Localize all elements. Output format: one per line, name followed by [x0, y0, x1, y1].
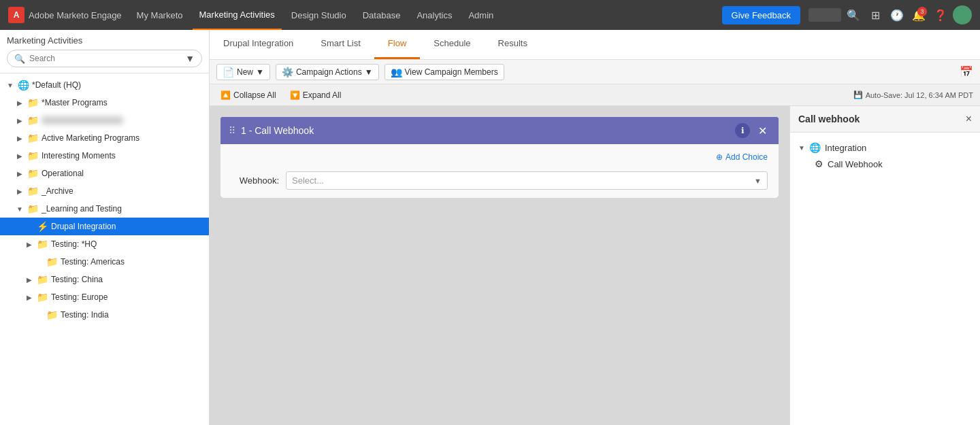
arrow-icon: ▶ [15, 135, 24, 142]
clock-icon[interactable]: 🕐 [887, 5, 906, 24]
sidebar-item-testing-india[interactable]: 📁 Testing: India [0, 306, 209, 324]
main-layout: Marketing Activities 🔍 ▼ ▼ 🌐 *Default (H… [0, 30, 980, 425]
panel-item-integration[interactable]: ▼ 🌐 Integration [798, 139, 972, 156]
panel-webhook-icon: ⚙ [815, 158, 823, 169]
toolbar: 📄 New ▼ ⚙️ Campaign Actions ▼ 👥 View Cam… [210, 60, 980, 84]
nav-analytics[interactable]: Analytics [410, 0, 459, 30]
webhook-placeholder: Select... [292, 175, 324, 186]
top-navigation: A Adobe Marketo Engage My Marketo Market… [0, 0, 980, 30]
arrow-icon: ▶ [24, 241, 34, 248]
grid-icon[interactable]: ⊞ [866, 5, 885, 24]
folder-icon: 📁 [27, 115, 39, 126]
filter-icon[interactable]: ▼ [185, 53, 195, 64]
adobe-icon: A [8, 7, 24, 23]
sidebar-label: _Archive [42, 186, 74, 196]
feedback-button[interactable]: Give Feedback [722, 6, 800, 24]
campaign-actions-label: Campaign Actions [296, 67, 362, 77]
step-close-button[interactable]: ✕ [754, 122, 770, 139]
tab-flow[interactable]: Flow [374, 30, 420, 59]
right-panel-title: Call webhook [798, 114, 860, 124]
app-name: Adobe Marketo Engage [29, 10, 122, 20]
sidebar-item-interesting-moments[interactable]: ▶ 📁 Interesting Moments [0, 147, 209, 165]
folder-icon: 📁 [27, 186, 39, 197]
folder-icon: 📁 [27, 97, 39, 108]
dropdown-arrow-icon: ▼ [256, 67, 264, 77]
add-choice-button[interactable]: ⊕ Add Choice [716, 152, 768, 162]
close-panel-button[interactable]: × [966, 113, 972, 125]
step-title: 1 - Call Webhook [241, 125, 730, 136]
sidebar-label: Testing: India [61, 310, 109, 320]
sidebar-item-drupal-integration[interactable]: ⚡ Drupal Integration [0, 218, 209, 235]
app-logo[interactable]: A Adobe Marketo Engage [8, 7, 122, 23]
calendar-icon[interactable]: 📅 [960, 65, 973, 78]
sidebar-label: *Default (HQ) [32, 80, 81, 90]
nav-design-studio[interactable]: Design Studio [284, 0, 353, 30]
tabs-bar: Drupal Integration Smart List Flow Sched… [210, 30, 980, 60]
sidebar-item-learning-testing[interactable]: ▼ 📁 _Learning and Testing [0, 200, 209, 218]
arrow-icon: ▶ [15, 99, 24, 107]
view-members-label: View Campaign Members [405, 67, 498, 77]
folder-icon: 📁 [46, 309, 58, 320]
sidebar-item-testing-europe[interactable]: ▶ 📁 Testing: Europe [0, 288, 209, 306]
sidebar-item-testing-china[interactable]: ▶ 📁 Testing: China [0, 271, 209, 288]
nav-marketing-activities[interactable]: Marketing Activities [193, 0, 282, 30]
people-icon: 👥 [391, 67, 402, 78]
sidebar-header: Marketing Activities 🔍 ▼ [0, 30, 209, 73]
arrow-icon: ▼ [15, 205, 24, 213]
flow-step-card: ⠿ 1 - Call Webhook ℹ ✕ ⊕ Add Choice [220, 117, 779, 198]
webhook-select[interactable]: Select... ▼ [286, 171, 768, 190]
arrow-icon: ▶ [24, 294, 34, 301]
nav-my-marketo[interactable]: My Marketo [130, 0, 190, 30]
sidebar-label: Testing: Americas [61, 257, 125, 267]
arrow-icon: ▶ [15, 188, 24, 195]
tab-schedule[interactable]: Schedule [420, 30, 484, 59]
new-button[interactable]: 📄 New ▼ [216, 64, 270, 80]
search-icon: 🔍 [14, 54, 25, 64]
tab-drupal-integration[interactable]: Drupal Integration [210, 30, 307, 59]
content-area: Drupal Integration Smart List Flow Sched… [210, 30, 980, 425]
sidebar-item-active-marketing[interactable]: ▶ 📁 Active Marketing Programs [0, 129, 209, 147]
folder-icon: 📁 [27, 150, 39, 161]
sidebar-item-blurred[interactable]: ▶ 📁 [0, 112, 209, 129]
help-icon[interactable]: ❓ [931, 5, 950, 24]
lightning-icon: ⚡ [37, 221, 48, 232]
select-arrow-icon: ▼ [754, 177, 762, 185]
expand-all-button[interactable]: 🔽 Expand All [286, 89, 346, 101]
sidebar-item-operational[interactable]: ▶ 📁 Operational [0, 165, 209, 182]
drag-handle-icon[interactable]: ⠿ [229, 125, 235, 136]
arrow-icon: ▶ [15, 152, 24, 160]
add-choice-icon: ⊕ [716, 152, 723, 162]
search-icon[interactable]: 🔍 [844, 5, 863, 24]
sidebar-item-testing-americas[interactable]: 📁 Testing: Americas [0, 253, 209, 271]
save-icon: 💾 [853, 90, 863, 99]
secondary-toolbar: 🔼 Collapse All 🔽 Expand All 💾 Auto-Save:… [210, 84, 980, 106]
collapse-all-button[interactable]: 🔼 Collapse All [216, 89, 280, 101]
arrow-icon: ▶ [24, 276, 34, 284]
nav-database[interactable]: Database [356, 0, 408, 30]
campaign-actions-button[interactable]: ⚙️ Campaign Actions ▼ [276, 64, 379, 80]
view-members-button[interactable]: 👥 View Campaign Members [385, 64, 504, 80]
collapse-label: Collapse All [233, 90, 276, 100]
user-avatar[interactable] [953, 5, 972, 24]
sidebar-item-default-hq[interactable]: ▼ 🌐 *Default (HQ) [0, 76, 209, 94]
notification-icon[interactable]: 🔔 3 [909, 5, 928, 24]
webhook-label: Webhook: [231, 175, 279, 186]
expand-label: Expand All [303, 90, 342, 100]
sidebar-item-testing-hq[interactable]: ▶ 📁 Testing: *HQ [0, 235, 209, 253]
arrow-icon: ▶ [15, 117, 24, 124]
sidebar-label: Operational [42, 169, 84, 178]
tab-results[interactable]: Results [485, 30, 541, 59]
sidebar-item-archive[interactable]: ▶ 📁 _Archive [0, 182, 209, 200]
sidebar-item-master-programs[interactable]: ▶ 📁 *Master Programs [0, 94, 209, 112]
autosave-info: 💾 Auto-Save: Jul 12, 6:34 AM PDT [853, 90, 973, 99]
search-input[interactable] [29, 54, 181, 63]
sidebar-title: Marketing Activities [7, 35, 202, 50]
panel-item-call-webhook[interactable]: ⚙ Call Webhook [798, 156, 972, 172]
blurred-nav-item [808, 8, 841, 22]
tab-smart-list[interactable]: Smart List [307, 30, 374, 59]
sidebar-label: Drupal Integration [51, 222, 116, 231]
step-info-button[interactable]: ℹ [735, 123, 750, 138]
search-box: 🔍 ▼ [7, 50, 202, 67]
folder-icon: 📁 [27, 168, 39, 179]
nav-admin[interactable]: Admin [461, 0, 500, 30]
